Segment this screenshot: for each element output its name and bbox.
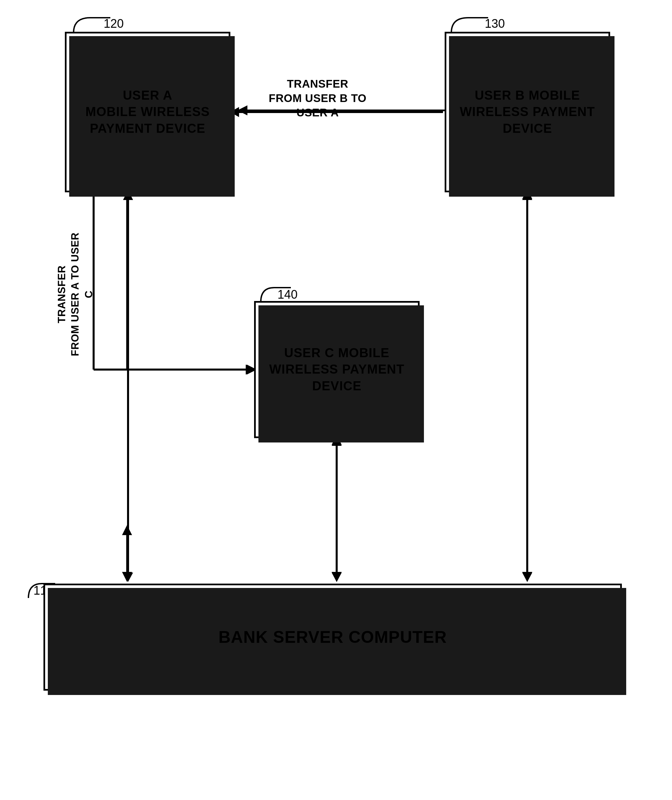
bank-box: BANK SERVER COMPUTER — [43, 584, 622, 691]
svg-marker-18 — [123, 572, 133, 582]
user-b-label: USER B MOBILE WIRELESS PAYMENT DEVICE — [446, 87, 608, 137]
diagram-container: USER A MOBILE WIRELESS PAYMENT DEVICE 12… — [0, 0, 672, 800]
user-a-label: USER A MOBILE WIRELESS PAYMENT DEVICE — [86, 87, 210, 137]
svg-marker-13 — [522, 572, 532, 582]
user-a-box: USER A MOBILE WIRELESS PAYMENT DEVICE — [65, 32, 230, 192]
svg-marker-10 — [332, 572, 342, 582]
svg-marker-6 — [122, 525, 132, 535]
svg-marker-27 — [522, 572, 532, 582]
bank-label: BANK SERVER COMPUTER — [218, 627, 446, 648]
user-c-box: USER C MOBILE WIRELESS PAYMENT DEVICE — [254, 301, 419, 438]
transfer-a-to-c-label: TRANSFERFROM USER A TO USER C — [55, 231, 96, 358]
user-c-label: USER C MOBILE WIRELESS PAYMENT DEVICE — [256, 345, 418, 394]
user-b-box: USER B MOBILE WIRELESS PAYMENT DEVICE — [445, 32, 610, 192]
svg-marker-7 — [122, 572, 132, 582]
transfer-b-to-a-label: TRANSFERFROM USER B TO USER A — [254, 77, 381, 120]
svg-marker-1 — [237, 105, 247, 115]
svg-marker-24 — [332, 572, 342, 582]
